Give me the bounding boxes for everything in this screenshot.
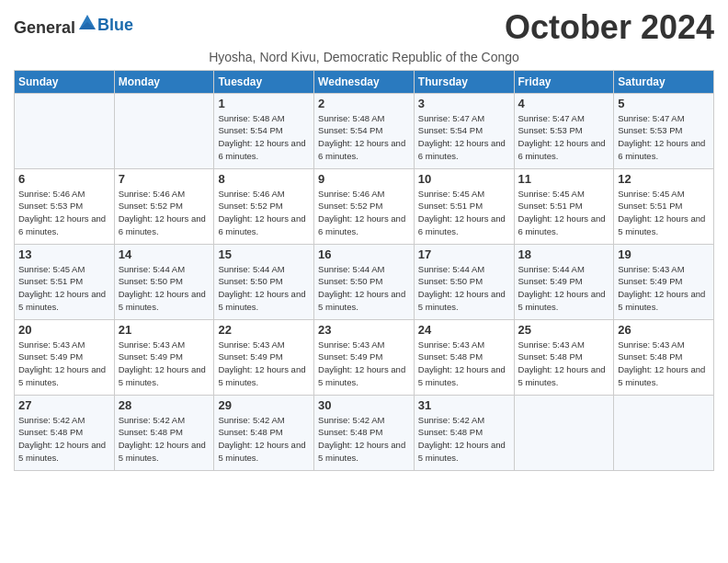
day-detail: Sunrise: 5:42 AMSunset: 5:48 PMDaylight:…: [18, 414, 110, 465]
day-cell: 4Sunrise: 5:47 AMSunset: 5:53 PMDaylight…: [514, 93, 614, 168]
day-cell: 8Sunrise: 5:46 AMSunset: 5:52 PMDaylight…: [214, 168, 314, 244]
day-detail: Sunrise: 5:46 AMSunset: 5:52 PMDaylight:…: [218, 188, 310, 238]
day-detail: Sunrise: 5:44 AMSunset: 5:50 PMDaylight:…: [318, 263, 410, 314]
day-cell: [114, 93, 214, 168]
day-number: 9: [318, 172, 410, 186]
day-cell: 20Sunrise: 5:43 AMSunset: 5:49 PMDayligh…: [15, 319, 115, 395]
day-number: 3: [418, 97, 510, 110]
day-detail: Sunrise: 5:43 AMSunset: 5:49 PMDaylight:…: [318, 339, 410, 389]
subtitle: Hyosha, Nord Kivu, Democratic Republic o…: [14, 50, 714, 64]
day-cell: 28Sunrise: 5:42 AMSunset: 5:48 PMDayligh…: [114, 395, 214, 470]
day-detail: Sunrise: 5:43 AMSunset: 5:49 PMDaylight:…: [119, 339, 210, 389]
day-detail: Sunrise: 5:44 AMSunset: 5:49 PMDaylight:…: [518, 263, 610, 314]
day-cell: [15, 93, 115, 168]
header-saturday: Saturday: [614, 70, 714, 93]
day-number: 8: [218, 172, 310, 186]
day-cell: 9Sunrise: 5:46 AMSunset: 5:52 PMDaylight…: [314, 168, 415, 244]
day-detail: Sunrise: 5:48 AMSunset: 5:54 PMDaylight:…: [318, 112, 410, 163]
day-number: 1: [218, 97, 310, 110]
day-number: 14: [119, 247, 210, 261]
day-number: 2: [318, 97, 410, 110]
day-number: 16: [318, 247, 410, 261]
day-detail: Sunrise: 5:46 AMSunset: 5:52 PMDaylight:…: [318, 188, 410, 238]
day-detail: Sunrise: 5:42 AMSunset: 5:48 PMDaylight:…: [418, 414, 510, 465]
day-cell: 27Sunrise: 5:42 AMSunset: 5:48 PMDayligh…: [15, 395, 115, 470]
day-number: 31: [418, 398, 510, 412]
week-row-4: 20Sunrise: 5:43 AMSunset: 5:49 PMDayligh…: [15, 319, 714, 395]
day-number: 26: [618, 323, 710, 337]
day-cell: 2Sunrise: 5:48 AMSunset: 5:54 PMDaylight…: [314, 93, 415, 168]
day-detail: Sunrise: 5:44 AMSunset: 5:50 PMDaylight:…: [119, 263, 210, 314]
day-number: 27: [18, 398, 110, 412]
day-number: 6: [18, 172, 110, 186]
day-detail: Sunrise: 5:45 AMSunset: 5:51 PMDaylight:…: [418, 188, 510, 238]
day-cell: 30Sunrise: 5:42 AMSunset: 5:48 PMDayligh…: [314, 395, 415, 470]
day-detail: Sunrise: 5:47 AMSunset: 5:53 PMDaylight:…: [518, 112, 610, 163]
month-title: October 2024: [505, 9, 714, 46]
day-cell: 24Sunrise: 5:43 AMSunset: 5:48 PMDayligh…: [414, 319, 514, 395]
day-detail: Sunrise: 5:47 AMSunset: 5:53 PMDaylight:…: [618, 112, 710, 163]
day-cell: 25Sunrise: 5:43 AMSunset: 5:48 PMDayligh…: [514, 319, 614, 395]
day-number: 11: [518, 172, 610, 186]
day-number: 28: [119, 398, 210, 412]
day-cell: 15Sunrise: 5:44 AMSunset: 5:50 PMDayligh…: [214, 244, 314, 319]
day-detail: Sunrise: 5:44 AMSunset: 5:50 PMDaylight:…: [418, 263, 510, 314]
day-cell: 14Sunrise: 5:44 AMSunset: 5:50 PMDayligh…: [114, 244, 214, 319]
day-number: 25: [518, 323, 610, 337]
day-cell: 29Sunrise: 5:42 AMSunset: 5:48 PMDayligh…: [214, 395, 314, 470]
week-row-2: 6Sunrise: 5:46 AMSunset: 5:53 PMDaylight…: [15, 168, 714, 244]
day-number: 24: [418, 323, 510, 337]
header-thursday: Thursday: [414, 70, 514, 93]
day-number: 30: [318, 398, 410, 412]
calendar-header-row: SundayMondayTuesdayWednesdayThursdayFrid…: [15, 70, 714, 93]
header-sunday: Sunday: [15, 70, 115, 93]
day-cell: 13Sunrise: 5:45 AMSunset: 5:51 PMDayligh…: [15, 244, 115, 319]
logo-general: General: [14, 13, 97, 38]
page-header: General Blue October 2024: [14, 9, 714, 46]
day-cell: 3Sunrise: 5:47 AMSunset: 5:54 PMDaylight…: [414, 93, 514, 168]
day-detail: Sunrise: 5:43 AMSunset: 5:49 PMDaylight:…: [618, 263, 710, 314]
day-cell: 18Sunrise: 5:44 AMSunset: 5:49 PMDayligh…: [514, 244, 614, 319]
day-cell: [614, 395, 714, 470]
day-detail: Sunrise: 5:47 AMSunset: 5:54 PMDaylight:…: [418, 112, 510, 163]
header-tuesday: Tuesday: [214, 70, 314, 93]
day-number: 5: [618, 97, 710, 110]
week-row-5: 27Sunrise: 5:42 AMSunset: 5:48 PMDayligh…: [15, 395, 714, 470]
day-number: 19: [618, 247, 710, 261]
day-cell: 11Sunrise: 5:45 AMSunset: 5:51 PMDayligh…: [514, 168, 614, 244]
logo-icon: [77, 13, 97, 33]
day-number: 13: [18, 247, 110, 261]
day-cell: 21Sunrise: 5:43 AMSunset: 5:49 PMDayligh…: [114, 319, 214, 395]
day-cell: 10Sunrise: 5:45 AMSunset: 5:51 PMDayligh…: [414, 168, 514, 244]
day-detail: Sunrise: 5:43 AMSunset: 5:49 PMDaylight:…: [218, 339, 310, 389]
logo-blue: Blue: [97, 16, 133, 35]
week-row-1: 1Sunrise: 5:48 AMSunset: 5:54 PMDaylight…: [15, 93, 714, 168]
day-cell: 6Sunrise: 5:46 AMSunset: 5:53 PMDaylight…: [15, 168, 115, 244]
header-friday: Friday: [514, 70, 614, 93]
day-detail: Sunrise: 5:43 AMSunset: 5:48 PMDaylight:…: [518, 339, 610, 389]
day-cell: 31Sunrise: 5:42 AMSunset: 5:48 PMDayligh…: [414, 395, 514, 470]
day-number: 4: [518, 97, 610, 110]
day-detail: Sunrise: 5:43 AMSunset: 5:48 PMDaylight:…: [618, 339, 710, 389]
day-detail: Sunrise: 5:43 AMSunset: 5:48 PMDaylight:…: [418, 339, 510, 389]
day-detail: Sunrise: 5:45 AMSunset: 5:51 PMDaylight:…: [518, 188, 610, 238]
day-detail: Sunrise: 5:43 AMSunset: 5:49 PMDaylight:…: [18, 339, 110, 389]
day-number: 12: [618, 172, 710, 186]
day-detail: Sunrise: 5:46 AMSunset: 5:52 PMDaylight:…: [119, 188, 210, 238]
day-cell: 1Sunrise: 5:48 AMSunset: 5:54 PMDaylight…: [214, 93, 314, 168]
day-cell: 7Sunrise: 5:46 AMSunset: 5:52 PMDaylight…: [114, 168, 214, 244]
header-monday: Monday: [114, 70, 214, 93]
day-cell: 16Sunrise: 5:44 AMSunset: 5:50 PMDayligh…: [314, 244, 415, 319]
day-detail: Sunrise: 5:46 AMSunset: 5:53 PMDaylight:…: [18, 188, 110, 238]
day-detail: Sunrise: 5:42 AMSunset: 5:48 PMDaylight:…: [119, 414, 210, 465]
day-number: 21: [119, 323, 210, 337]
calendar-table: SundayMondayTuesdayWednesdayThursdayFrid…: [14, 70, 714, 471]
day-number: 15: [218, 247, 310, 261]
day-cell: 22Sunrise: 5:43 AMSunset: 5:49 PMDayligh…: [214, 319, 314, 395]
day-cell: 12Sunrise: 5:45 AMSunset: 5:51 PMDayligh…: [614, 168, 714, 244]
day-cell: 17Sunrise: 5:44 AMSunset: 5:50 PMDayligh…: [414, 244, 514, 319]
day-cell: 23Sunrise: 5:43 AMSunset: 5:49 PMDayligh…: [314, 319, 415, 395]
logo: General Blue: [14, 13, 133, 38]
title-section: October 2024: [505, 9, 714, 46]
day-cell: 26Sunrise: 5:43 AMSunset: 5:48 PMDayligh…: [614, 319, 714, 395]
